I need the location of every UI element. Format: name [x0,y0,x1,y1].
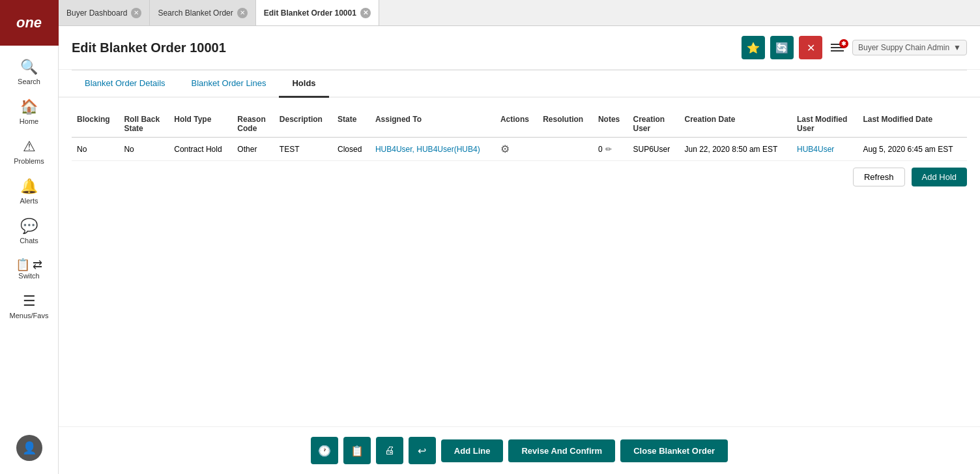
tab-edit-blanket[interactable]: Edit Blanket Order 10001 ✕ [256,0,379,25]
cell-notes: 0 ✏ [593,138,628,161]
cell-blocking: No [72,138,119,161]
search-icon: 🔍 [20,59,38,76]
tab-buyer-dashboard[interactable]: Buyer Dashboard ✕ [59,0,150,25]
favorite-button[interactable]: ⭐ [742,36,765,59]
col-creationdate: Creation Date [680,111,792,138]
home-icon: 🏠 [20,98,38,115]
header-actions: ⭐ 🔄 ✕ ✱ Buyer Suppy Chain Admin ▼ [742,36,967,59]
user-dropdown[interactable]: Buyer Suppy Chain Admin ▼ [852,40,967,55]
sidebar-item-chats[interactable]: 💬 Chats [0,211,58,251]
tab-label: Edit Blanket Order 10001 [264,8,356,18]
col-assignedto: Assigned To [370,111,495,138]
refresh-button[interactable]: Refresh [853,168,905,186]
nav-tab-holds[interactable]: Holds [279,70,328,98]
col-actions: Actions [495,111,538,138]
col-notes: Notes [593,111,628,138]
nav-tabs: Blanket Order Details Blanket Order Line… [59,70,980,98]
table-actions: Refresh Add Hold [72,168,967,186]
undo-icon: ↩ [418,445,426,457]
sidebar-item-menus[interactable]: ☰ Menus/Favs [0,286,58,326]
notes-count: 0 [598,145,603,154]
holds-table: Blocking Roll BackState Hold Type Reason… [72,111,967,161]
sidebar: one 🔍 Search 🏠 Home ⚠ Problems 🔔 Alerts … [0,0,59,474]
cell-state: Closed [332,138,370,161]
cell-holdtype: Contract Hold [169,138,232,161]
page-content: Edit Blanket Order 10001 ⭐ 🔄 ✕ ✱ Buyer S… [59,26,980,474]
cell-lastmodifieddate: Aug 5, 2020 6:45 am EST [857,138,967,161]
col-description: Description [274,111,332,138]
bell-icon: 🔔 [20,178,38,195]
main-content: Buyer Dashboard ✕ Search Blanket Order ✕… [59,0,980,474]
notes-edit-icon[interactable]: ✏ [605,145,612,154]
holds-table-container: Blocking Roll BackState Hold Type Reason… [59,98,980,426]
app-logo[interactable]: one [0,0,59,46]
sidebar-label-alerts: Alerts [20,197,38,205]
sidebar-item-avatar[interactable]: 👤 [13,428,46,467]
col-lastmodifieddate: Last Modified Date [857,111,967,138]
nav-tab-lines[interactable]: Blanket Order Lines [179,70,280,98]
col-lastmodifieduser: Last ModifiedUser [792,111,857,138]
undo-button[interactable]: ↩ [409,437,436,464]
switch-icon-1: 📋 [16,258,30,272]
print-button[interactable]: 🖨 [376,437,403,464]
cell-rollback: No [119,138,169,161]
sidebar-label-problems: Problems [14,157,44,165]
menu-icon: ☰ [23,293,36,310]
notification-wrapper: ✱ [828,40,847,55]
col-state: State [332,111,370,138]
refresh-header-button[interactable]: 🔄 [770,36,794,59]
table-row: No No Contract Hold Other TEST Closed HU… [72,138,967,161]
actions-gear-icon[interactable]: ⚙ [500,143,510,155]
copy-button[interactable]: 📋 [343,437,371,464]
tab-search-blanket[interactable]: Search Blanket Order ✕ [150,0,255,25]
nav-tab-details[interactable]: Blanket Order Details [72,70,179,98]
sidebar-item-search[interactable]: 🔍 Search [0,52,58,92]
revise-confirm-button[interactable]: Revise And Confirm [508,439,615,462]
sidebar-label-chats: Chats [20,237,38,244]
chat-icon: 💬 [20,218,38,235]
history-button[interactable]: 🕐 [311,437,338,464]
sidebar-item-problems[interactable]: ⚠ Problems [0,132,58,171]
last-modified-user-link[interactable]: HUB4User [797,145,834,154]
add-hold-button[interactable]: Add Hold [912,168,967,186]
cell-resolution [538,138,593,161]
tab-label: Buyer Dashboard [66,8,127,18]
assigned-to-link[interactable]: HUB4User, HUB4User(HUB4) [375,145,480,154]
cell-creationuser: SUP6User [628,138,680,161]
col-holdtype: Hold Type [169,111,232,138]
col-rollback: Roll BackState [119,111,169,138]
avatar-icon: 👤 [22,441,36,455]
switch-icon-2: ⇄ [33,258,42,272]
sidebar-label-switch: Switch [18,272,39,280]
footer-buttons: 🕐 📋 🖨 ↩ Add Line Revise And Confirm Clos… [59,426,980,474]
cell-assignedto: HUB4User, HUB4User(HUB4) [370,138,495,161]
tab-close-search-blanket[interactable]: ✕ [237,8,248,18]
cell-reasoncode: Other [232,138,274,161]
add-line-button[interactable]: Add Line [441,439,504,462]
close-blanket-button[interactable]: Close Blanket Order [620,439,728,462]
logo-text: one [16,14,42,31]
sidebar-item-switch[interactable]: 📋 ⇄ Switch [0,251,58,286]
page-header: Edit Blanket Order 10001 ⭐ 🔄 ✕ ✱ Buyer S… [59,26,980,70]
col-reasoncode: ReasonCode [232,111,274,138]
cell-actions[interactable]: ⚙ [495,138,538,161]
tab-bar: Buyer Dashboard ✕ Search Blanket Order ✕… [59,0,980,26]
page-title: Edit Blanket Order 10001 [72,40,732,55]
notification-badge-count: ✱ [839,39,848,48]
dropdown-chevron-icon: ▼ [953,43,961,52]
sidebar-item-alerts[interactable]: 🔔 Alerts [0,171,58,211]
warning-icon: ⚠ [23,138,36,155]
close-header-button[interactable]: ✕ [799,36,822,59]
print-icon: 🖨 [384,445,395,456]
col-resolution: Resolution [538,111,593,138]
sidebar-bottom: 👤 [13,428,46,467]
hamburger-line-3 [831,50,844,52]
tab-close-buyer-dashboard[interactable]: ✕ [131,8,141,18]
col-blocking: Blocking [72,111,119,138]
sidebar-label-home: Home [20,117,38,125]
sidebar-item-home[interactable]: 🏠 Home [0,92,58,132]
tab-close-edit-blanket[interactable]: ✕ [360,8,371,18]
col-creationuser: CreationUser [628,111,680,138]
avatar: 👤 [16,435,42,461]
user-name: Buyer Suppy Chain Admin [858,43,949,52]
